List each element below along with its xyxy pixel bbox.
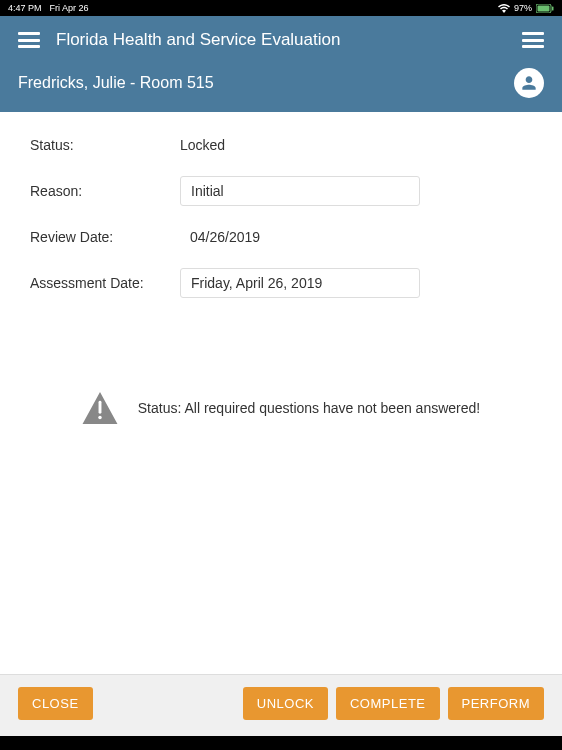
page-title: Florida Health and Service Evaluation (56, 30, 522, 50)
review-date-row: Review Date: 04/26/2019 (30, 222, 532, 252)
secondary-menu-icon[interactable] (522, 32, 544, 48)
menu-icon[interactable] (18, 32, 40, 48)
patient-info: Fredricks, Julie - Room 515 (18, 74, 214, 92)
status-date: Fri Apr 26 (50, 3, 89, 13)
status-label: Status: (30, 137, 180, 153)
warning-text: Status: All required questions have not … (138, 400, 480, 416)
status-value: Locked (180, 137, 225, 153)
assessment-date-input[interactable] (180, 268, 420, 298)
main-panel: Status: Locked Reason: Review Date: 04/2… (0, 112, 562, 674)
close-button[interactable]: CLOSE (18, 687, 93, 720)
svg-rect-2 (552, 6, 554, 10)
ios-status-bar: 4:47 PM Fri Apr 26 97% (0, 0, 562, 16)
svg-rect-1 (538, 5, 550, 11)
review-date-value: 04/26/2019 (190, 229, 260, 245)
assessment-date-row: Assessment Date: (30, 268, 532, 298)
review-date-label: Review Date: (30, 229, 180, 245)
avatar-icon[interactable] (514, 68, 544, 98)
warning-area: Status: All required questions have not … (0, 332, 562, 464)
battery-icon (536, 4, 554, 13)
complete-button[interactable]: COMPLETE (336, 687, 440, 720)
assessment-date-label: Assessment Date: (30, 275, 180, 291)
app-header: Florida Health and Service Evaluation Fr… (0, 16, 562, 112)
status-row: Status: Locked (30, 130, 532, 160)
unlock-button[interactable]: UNLOCK (243, 687, 328, 720)
footer-toolbar: CLOSE UNLOCK COMPLETE PERFORM (0, 674, 562, 736)
battery-percent: 97% (514, 3, 532, 13)
device-bezel (0, 736, 562, 750)
perform-button[interactable]: PERFORM (448, 687, 545, 720)
app-content: Florida Health and Service Evaluation Fr… (0, 16, 562, 736)
status-time: 4:47 PM (8, 3, 42, 13)
warning-icon (82, 392, 118, 424)
svg-point-3 (98, 416, 101, 419)
wifi-icon (498, 4, 510, 13)
reason-label: Reason: (30, 183, 180, 199)
form-area: Status: Locked Reason: Review Date: 04/2… (0, 112, 562, 332)
device-frame: 4:47 PM Fri Apr 26 97% Florida Health an… (0, 0, 562, 750)
reason-input[interactable] (180, 176, 420, 206)
reason-row: Reason: (30, 176, 532, 206)
